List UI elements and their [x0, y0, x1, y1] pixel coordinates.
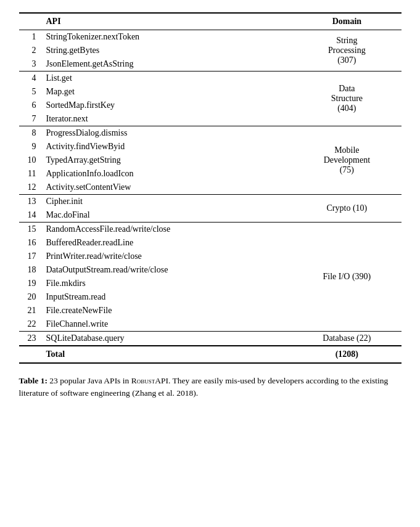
table-row: 8ProgressDialog.dismissMobile Developmen…	[19, 126, 401, 141]
cell-num: 3	[19, 57, 41, 71]
footer-label: Total	[41, 346, 293, 363]
table-row: 13Cipher.initCrypto (10)	[19, 195, 401, 209]
caption-robustapi: RobustAPI	[131, 376, 168, 385]
cell-api: BufferedReader.readLine	[41, 236, 293, 250]
cell-domain: String Processing (307)	[292, 30, 401, 71]
cell-num: 6	[19, 99, 41, 112]
cell-num: 15	[19, 223, 41, 237]
cell-api: SQLiteDatabase.query	[41, 332, 293, 346]
cell-api: Iterator.next	[41, 112, 293, 126]
cell-num: 10	[19, 153, 41, 167]
table-row: 4List.getData Structure (404)	[19, 71, 401, 86]
cell-num: 18	[19, 263, 41, 277]
cell-api: TypedArray.getString	[41, 153, 293, 167]
cell-num: 19	[19, 277, 41, 290]
caption-text1: 23 popular Java APIs in	[47, 376, 131, 385]
cell-num: 9	[19, 140, 41, 153]
cell-api: PrintWriter.read/write/close	[41, 250, 293, 263]
cell-api: Map.get	[41, 85, 293, 99]
cell-num: 11	[19, 167, 41, 181]
cell-num: 14	[19, 208, 41, 223]
cell-domain: Database (22)	[292, 332, 401, 346]
cell-num: 20	[19, 290, 41, 304]
table-row: 15RandomAccessFile.read/write/closeFile …	[19, 223, 401, 237]
cell-num: 23	[19, 332, 41, 346]
cell-domain: Mobile Development (75)	[292, 126, 401, 195]
table-row: 23SQLiteDatabase.queryDatabase (22)	[19, 332, 401, 346]
cell-api: StringTokenizer.nextToken	[41, 30, 293, 44]
col-header-domain: Domain	[292, 13, 401, 30]
caption-label: Table 1:	[19, 376, 47, 385]
cell-num: 7	[19, 112, 41, 126]
cell-num: 1	[19, 30, 41, 44]
cell-num: 13	[19, 195, 41, 209]
table-caption: Table 1: 23 popular Java APIs in RobustA…	[19, 375, 401, 400]
cell-api: ApplicationInfo.loadIcon	[41, 167, 293, 181]
cell-api: List.get	[41, 71, 293, 86]
main-container: API Domain 1StringTokenizer.nextTokenStr…	[19, 12, 401, 400]
col-header-api: API	[41, 13, 293, 30]
cell-num: 17	[19, 250, 41, 263]
col-header-num	[19, 13, 41, 30]
cell-api: Cipher.init	[41, 195, 293, 209]
cell-num: 8	[19, 126, 41, 141]
cell-num: 21	[19, 304, 41, 317]
footer-value: (1208)	[292, 346, 401, 363]
cell-domain: Data Structure (404)	[292, 71, 401, 126]
cell-num: 5	[19, 85, 41, 99]
table-row: 1StringTokenizer.nextTokenString Process…	[19, 30, 401, 44]
cell-num: 4	[19, 71, 41, 86]
cell-api: FileChannel.write	[41, 317, 293, 332]
cell-num: 2	[19, 44, 41, 57]
cell-api: SortedMap.firstKey	[41, 99, 293, 112]
cell-domain: Crypto (10)	[292, 195, 401, 223]
cell-domain: File I/O (390)	[292, 223, 401, 332]
cell-api: File.mkdirs	[41, 277, 293, 290]
cell-api: DataOutputStream.read/write/close	[41, 263, 293, 277]
api-table: API Domain 1StringTokenizer.nextTokenStr…	[19, 12, 401, 364]
cell-api: Activity.setContentView	[41, 181, 293, 195]
cell-api: ProgressDialog.dismiss	[41, 126, 293, 141]
cell-num: 22	[19, 317, 41, 332]
cell-api: InputStream.read	[41, 290, 293, 304]
cell-api: String.getBytes	[41, 44, 293, 57]
cell-api: Activity.findViewByid	[41, 140, 293, 153]
cell-api: RandomAccessFile.read/write/close	[41, 223, 293, 237]
cell-num: 12	[19, 181, 41, 195]
footer-num	[19, 346, 41, 363]
cell-api: Mac.doFinal	[41, 208, 293, 223]
cell-num: 16	[19, 236, 41, 250]
cell-api: JsonElement.getAsString	[41, 57, 293, 71]
cell-api: File.createNewFile	[41, 304, 293, 317]
